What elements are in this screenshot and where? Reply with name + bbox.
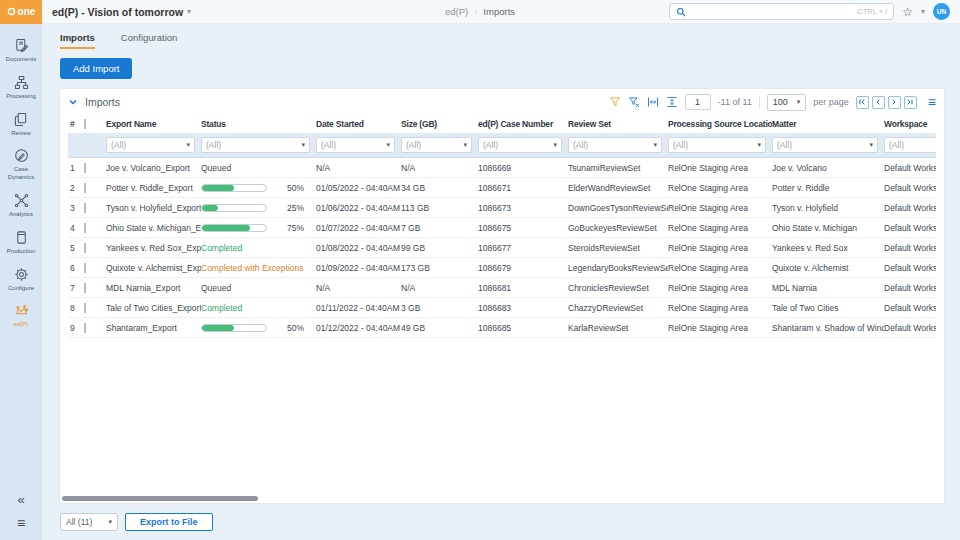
column-header-export-name[interactable]: Export Name	[106, 119, 201, 129]
column-header-review-set[interactable]: Review Set	[568, 119, 668, 129]
tab-configuration[interactable]: Configuration	[121, 32, 178, 49]
filter-case[interactable]: (All)▾	[478, 137, 562, 153]
filter-size[interactable]: (All)▾	[401, 137, 472, 153]
cell-workspace: Default Workspace	[884, 223, 936, 233]
breadcrumb: ed(P) › Imports	[445, 6, 515, 17]
filter-review[interactable]: (All)▾	[568, 137, 662, 153]
last-page-button[interactable]	[904, 96, 917, 109]
row-checkbox[interactable]	[84, 163, 86, 173]
select-all-checkbox[interactable]	[84, 119, 86, 129]
cell-date: 01/07/2022 - 04:40AM	[316, 223, 401, 233]
breadcrumb-app[interactable]: ed(P)	[445, 6, 468, 17]
column-header-size-gb[interactable]: Size (GB)	[401, 119, 478, 129]
grid-title: Imports	[85, 96, 120, 108]
cell-num: 5	[68, 243, 84, 253]
sidebar-item-processing[interactable]: Processing	[0, 69, 42, 106]
filter-source[interactable]: (All)▾	[668, 137, 766, 153]
cell-source: RelOne Staging Area	[668, 303, 772, 313]
table-row: 4Ohio State v. Michigan_Export75%01/07/2…	[68, 218, 936, 238]
cell-matter: Shantaram v. Shadow of Wind	[772, 323, 884, 333]
cell-case: 1086683	[478, 303, 568, 313]
sidebar-menu-icon[interactable]: ≡	[17, 516, 25, 530]
sidebar-item-label: ed(P)	[14, 321, 29, 329]
sidebar-item-documents[interactable]: Documents	[0, 32, 42, 69]
filter-workspace[interactable]: (All)	[884, 137, 936, 153]
page-size-select[interactable]: 100 ▾	[767, 94, 807, 111]
filter-icon	[609, 96, 621, 108]
column-header-ed-p-case-number[interactable]: ed(P) Case Number	[478, 119, 568, 129]
column-header-workspace[interactable]: Workspace	[884, 119, 936, 129]
cell-source: RelOne Staging Area	[668, 223, 772, 233]
filter-button[interactable]	[609, 96, 621, 108]
clear-filter-button[interactable]	[628, 96, 640, 108]
mass-action-scope-select[interactable]: All (11) ▾	[60, 513, 118, 531]
table-row: 1Joe v. Volcano_ExportQueuedN/AN/A108666…	[68, 158, 936, 178]
workspace-title-chevron-icon[interactable]: ▾	[187, 7, 191, 16]
row-checkbox[interactable]	[84, 323, 86, 333]
user-avatar[interactable]: UN	[933, 3, 950, 20]
column-header-matter[interactable]: Matter	[772, 119, 884, 129]
column-header-[interactable]: #	[68, 119, 84, 129]
sidebar-item-production[interactable]: Production	[0, 224, 42, 261]
favorites-star-icon[interactable]: ☆	[902, 6, 913, 18]
add-import-button[interactable]: Add Import	[60, 58, 132, 79]
grid-menu-icon[interactable]: ≡	[928, 95, 936, 109]
cell-status: 25%	[201, 203, 316, 213]
row-checkbox[interactable]	[84, 203, 86, 213]
edp-icon	[14, 303, 29, 318]
row-checkbox[interactable]	[84, 303, 86, 313]
panel-collapse-chevron-icon[interactable]	[68, 97, 78, 107]
export-to-file-button[interactable]: Export to File	[125, 513, 213, 531]
row-checkbox[interactable]	[84, 183, 86, 193]
fit-width-icon	[647, 96, 659, 108]
horizontal-scrollbar[interactable]	[62, 496, 258, 501]
row-checkbox[interactable]	[84, 223, 86, 233]
imports-panel: Imports -11 of 11 100 ▾ per page ≡ #Exp	[60, 89, 944, 503]
sidebar-collapse-icon[interactable]: «	[17, 493, 24, 506]
fit-width-button[interactable]	[647, 96, 659, 108]
tab-imports[interactable]: Imports	[60, 32, 95, 49]
filter-chevron-icon: ▾	[186, 141, 190, 149]
sidebar-item-configure[interactable]: Configure	[0, 261, 42, 298]
cell-case: 1086675	[478, 223, 568, 233]
filter-name[interactable]: (All)▾	[106, 137, 195, 153]
filter-status[interactable]: (All)▾	[201, 137, 310, 153]
sidebar-item-review[interactable]: Review	[0, 106, 42, 143]
topbar-right: CTRL + / ☆ ▾ UN	[669, 3, 960, 20]
cell-num: 6	[68, 263, 84, 273]
cell-review: SteroidsReviewSet	[568, 243, 668, 253]
cell-status: 75%	[201, 223, 316, 233]
column-header-status[interactable]: Status	[201, 119, 316, 129]
cell-num: 1	[68, 163, 84, 173]
fit-height-button[interactable]	[666, 96, 678, 108]
filter-matter[interactable]: (All)▾	[772, 137, 878, 153]
filter-chevron-icon: ▾	[386, 141, 390, 149]
first-page-icon	[858, 98, 866, 106]
cell-cb	[84, 283, 106, 293]
logo-text: one	[18, 6, 36, 17]
row-checkbox[interactable]	[84, 263, 86, 273]
column-header-processing-source-location[interactable]: Processing Source Location	[668, 119, 772, 129]
next-page-button[interactable]	[888, 96, 901, 109]
relativity-one-logo[interactable]: one	[0, 0, 42, 24]
filter-value: (All)	[483, 140, 498, 150]
column-header-date-started[interactable]: Date Started	[316, 119, 401, 129]
row-checkbox[interactable]	[84, 243, 86, 253]
page-number-input[interactable]	[685, 94, 711, 110]
sidebar-item-ed-p[interactable]: ed(P)	[0, 297, 42, 334]
sidebar-item-case-dynamics[interactable]: Case Dynamics	[0, 142, 42, 187]
filter-cell-status: (All)▾	[201, 137, 316, 153]
prev-page-button[interactable]	[872, 96, 885, 109]
page-size-value: 100	[773, 97, 788, 107]
cell-date: 01/08/2022 - 04:40AM	[316, 243, 401, 253]
cell-size: 173 GB	[401, 263, 478, 273]
filter-date[interactable]: (All)▾	[316, 137, 395, 153]
per-page-label: per page	[813, 97, 849, 107]
cell-cb	[84, 223, 106, 233]
sidebar-item-analytics[interactable]: Analytics	[0, 187, 42, 224]
global-search[interactable]: CTRL + /	[669, 3, 894, 20]
favorites-chevron-icon[interactable]: ▾	[921, 7, 925, 16]
progress-percent: 25%	[287, 203, 304, 213]
row-checkbox[interactable]	[84, 283, 86, 293]
first-page-button[interactable]	[856, 96, 869, 109]
